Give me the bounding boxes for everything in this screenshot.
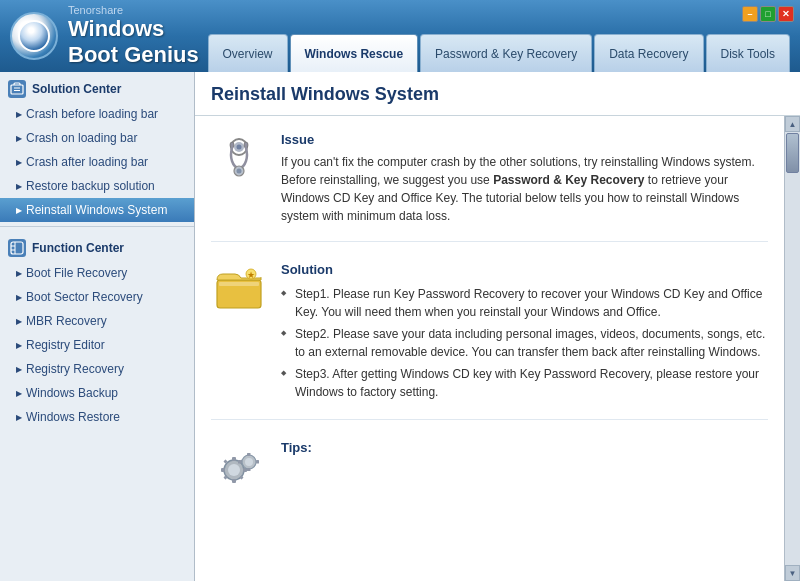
arrow-icon: ▶	[16, 317, 22, 326]
content-body: Issue If you can't fix the computer cras…	[195, 116, 784, 581]
solution-heading: Solution	[281, 262, 768, 277]
scroll-up-button[interactable]: ▲	[785, 116, 800, 132]
window-controls: – □ ✕	[742, 6, 794, 22]
arrow-icon: ▶	[16, 293, 22, 302]
svg-point-19	[228, 464, 240, 476]
nav-tabs: Overview Windows Rescue Password & Key R…	[206, 0, 791, 72]
function-center-icon	[8, 239, 26, 257]
folder-icon: ★	[211, 262, 267, 318]
svg-point-29	[245, 458, 253, 466]
svg-rect-0	[11, 85, 23, 94]
svg-rect-33	[256, 460, 259, 464]
tab-disk-tools[interactable]: Disk Tools	[706, 34, 790, 72]
arrow-icon: ▶	[16, 158, 22, 167]
sidebar-item-boot-file-recovery[interactable]: ▶ Boot File Recovery	[0, 261, 194, 285]
sidebar-item-crash-on-loading[interactable]: ▶ Crash on loading bar	[0, 126, 194, 150]
app-name: Windows Boot Genius	[68, 16, 206, 68]
tab-password-key-recovery[interactable]: Password & Key Recovery	[420, 34, 592, 72]
solution-section: ★ Solution Step1. Please run Key Passwor…	[211, 262, 768, 420]
arrow-icon: ▶	[16, 182, 22, 191]
tips-text: Tips:	[281, 440, 768, 496]
solution-center-label: Solution Center	[32, 82, 121, 96]
tips-icon	[211, 440, 267, 496]
arrow-icon: ▶	[16, 341, 22, 350]
minimize-button[interactable]: –	[742, 6, 758, 22]
stethoscope-icon	[211, 132, 267, 188]
content-header: Reinstall Windows System	[195, 72, 800, 116]
app-logo: Tenorshare Windows Boot Genius	[10, 4, 206, 68]
sidebar-item-windows-restore[interactable]: ▶ Windows Restore	[0, 405, 194, 429]
scroll-down-button[interactable]: ▼	[785, 565, 800, 581]
sidebar-item-restore-backup[interactable]: ▶ Restore backup solution	[0, 174, 194, 198]
tips-heading: Tips:	[281, 440, 768, 455]
sidebar-divider	[0, 226, 194, 227]
arrow-icon: ▶	[16, 110, 22, 119]
sidebar-item-windows-backup[interactable]: ▶ Windows Backup	[0, 381, 194, 405]
svg-text:★: ★	[247, 270, 255, 280]
sidebar-item-crash-after-loading[interactable]: ▶ Crash after loading bar	[0, 150, 194, 174]
tab-overview[interactable]: Overview	[208, 34, 288, 72]
solution-step-1: Step1. Please run Key Password Recovery …	[281, 283, 768, 323]
content-area: Reinstall Windows System	[195, 72, 800, 581]
solution-center-header: Solution Center	[0, 72, 194, 102]
svg-point-9	[237, 145, 242, 150]
function-center-label: Function Center	[32, 241, 124, 255]
close-button[interactable]: ✕	[778, 6, 794, 22]
sidebar-item-crash-before-loading[interactable]: ▶ Crash before loading bar	[0, 102, 194, 126]
arrow-icon: ▶	[16, 134, 22, 143]
logo-inner-circle	[18, 20, 50, 52]
function-center-header: Function Center	[0, 231, 194, 261]
svg-rect-30	[247, 453, 251, 456]
restore-button[interactable]: □	[760, 6, 776, 22]
issue-body: If you can't fix the computer crash by t…	[281, 153, 768, 225]
scroll-space	[785, 174, 800, 565]
svg-rect-32	[238, 460, 241, 464]
sidebar-item-registry-editor[interactable]: ▶ Registry Editor	[0, 333, 194, 357]
issue-section: Issue If you can't fix the computer cras…	[211, 132, 768, 242]
main-layout: Solution Center ▶ Crash before loading b…	[0, 72, 800, 581]
solution-center-icon	[8, 80, 26, 98]
arrow-icon: ▶	[16, 413, 22, 422]
sidebar-item-boot-sector-recovery[interactable]: ▶ Boot Sector Recovery	[0, 285, 194, 309]
svg-rect-22	[221, 468, 225, 472]
logo-icon	[10, 12, 58, 60]
scroll-thumb[interactable]	[786, 133, 799, 173]
arrow-icon: ▶	[16, 206, 22, 215]
sidebar: Solution Center ▶ Crash before loading b…	[0, 72, 195, 581]
solution-steps: Step1. Please run Key Password Recovery …	[281, 283, 768, 403]
issue-text: Issue If you can't fix the computer cras…	[281, 132, 768, 225]
svg-rect-15	[219, 282, 259, 286]
app-header: Tenorshare Windows Boot Genius Overview …	[0, 0, 800, 72]
svg-point-13	[237, 169, 242, 174]
arrow-icon: ▶	[16, 389, 22, 398]
tab-windows-rescue[interactable]: Windows Rescue	[290, 34, 419, 72]
app-title-group: Tenorshare Windows Boot Genius	[68, 4, 206, 68]
svg-rect-20	[232, 457, 236, 461]
issue-heading: Issue	[281, 132, 768, 147]
company-name: Tenorshare	[68, 4, 206, 16]
solution-step-3: Step3. After getting Windows CD key with…	[281, 363, 768, 403]
tips-section: Tips:	[211, 440, 768, 512]
svg-rect-21	[232, 479, 236, 483]
scrollbar[interactable]: ▲ ▼	[784, 116, 800, 581]
svg-rect-31	[247, 468, 251, 471]
solution-step-2: Step2. Please save your data including p…	[281, 323, 768, 363]
sidebar-item-registry-recovery[interactable]: ▶ Registry Recovery	[0, 357, 194, 381]
solution-text: Solution Step1. Please run Key Password …	[281, 262, 768, 403]
arrow-icon: ▶	[16, 269, 22, 278]
tab-data-recovery[interactable]: Data Recovery	[594, 34, 703, 72]
arrow-icon: ▶	[16, 365, 22, 374]
svg-rect-3	[11, 242, 23, 254]
page-title: Reinstall Windows System	[211, 84, 784, 105]
sidebar-item-reinstall-windows[interactable]: ▶ Reinstall Windows System	[0, 198, 194, 222]
sidebar-item-mbr-recovery[interactable]: ▶ MBR Recovery	[0, 309, 194, 333]
